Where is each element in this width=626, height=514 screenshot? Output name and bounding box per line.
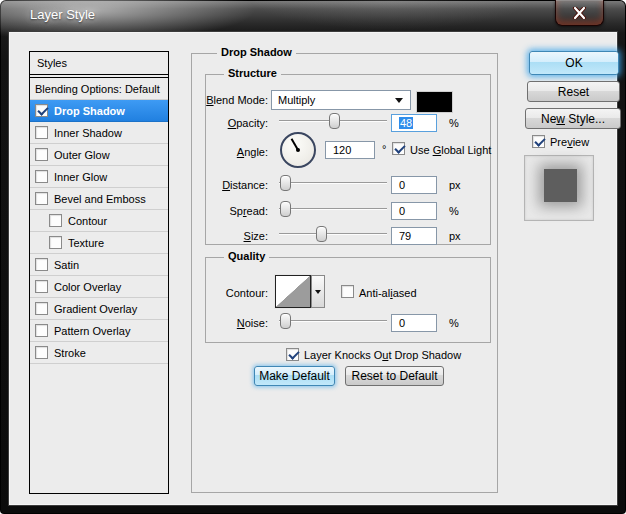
contour-dropdown-button[interactable] bbox=[311, 275, 325, 308]
opacity-field[interactable]: 48 bbox=[391, 114, 437, 132]
layer-knocks-out-label: Layer Knocks Out Drop Shadow bbox=[304, 349, 461, 361]
size-value: 79 bbox=[399, 230, 411, 242]
styles-sidebar: Styles Blending Options: Default Drop Sh… bbox=[29, 51, 169, 494]
make-default-button[interactable]: Make Default bbox=[254, 366, 335, 386]
window-title: Layer Style bbox=[30, 7, 95, 22]
drop-shadow-panel: Drop Shadow Structure Blend Mode: Multip… bbox=[191, 53, 498, 493]
sidebar-item-label: Pattern Overlay bbox=[54, 325, 130, 337]
sidebar-item-outer-glow[interactable]: Outer Glow bbox=[30, 144, 168, 166]
sidebar-item-inner-glow[interactable]: Inner Glow bbox=[30, 166, 168, 188]
sidebar-item-label: Drop Shadow bbox=[54, 105, 125, 117]
ok-label: OK bbox=[565, 56, 582, 70]
inner-shadow-checkbox[interactable] bbox=[35, 126, 48, 139]
blend-mode-select[interactable]: Multiply bbox=[271, 90, 411, 110]
check-icon bbox=[394, 142, 405, 153]
reset-to-default-label: Reset to Default bbox=[351, 369, 437, 383]
blend-mode-value: Multiply bbox=[278, 94, 315, 106]
check-icon bbox=[534, 135, 545, 146]
slider-thumb[interactable] bbox=[280, 313, 291, 329]
drop-shadow-checkbox[interactable] bbox=[35, 104, 48, 117]
stroke-checkbox[interactable] bbox=[35, 346, 48, 359]
size-unit: px bbox=[449, 230, 461, 242]
distance-field[interactable]: 0 bbox=[391, 176, 437, 194]
sidebar-item-blending-options[interactable]: Blending Options: Default bbox=[30, 78, 168, 100]
sidebar-item-texture[interactable]: Texture bbox=[30, 232, 168, 254]
noise-value: 0 bbox=[399, 317, 405, 329]
sidebar-item-label: Bevel and Emboss bbox=[54, 193, 146, 205]
chevron-down-icon bbox=[315, 290, 321, 294]
size-field[interactable]: 79 bbox=[391, 227, 437, 245]
sidebar-item-satin[interactable]: Satin bbox=[30, 254, 168, 276]
spread-slider[interactable] bbox=[279, 201, 387, 217]
slider-thumb[interactable] bbox=[316, 226, 327, 242]
use-global-light-checkbox[interactable] bbox=[392, 142, 405, 155]
angle-dial[interactable] bbox=[280, 132, 316, 168]
sidebar-item-gradient-overlay[interactable]: Gradient Overlay bbox=[30, 298, 168, 320]
reset-button[interactable]: Reset bbox=[527, 81, 620, 102]
distance-unit: px bbox=[449, 179, 461, 191]
reset-label: Reset bbox=[558, 85, 589, 99]
shadow-color-swatch[interactable] bbox=[417, 92, 452, 112]
preview-checkbox[interactable] bbox=[532, 135, 545, 148]
texture-checkbox[interactable] bbox=[49, 236, 62, 249]
contour-label: Contour: bbox=[206, 287, 268, 299]
style-preview-thumbnail bbox=[524, 155, 594, 221]
sidebar-item-pattern-overlay[interactable]: Pattern Overlay bbox=[30, 320, 168, 342]
opacity-slider[interactable] bbox=[279, 113, 387, 129]
sidebar-item-contour[interactable]: Contour bbox=[30, 210, 168, 232]
spread-unit: % bbox=[449, 205, 459, 217]
angle-value: 120 bbox=[333, 144, 351, 156]
slider-track bbox=[279, 233, 387, 235]
check-icon bbox=[37, 104, 48, 115]
contour-checkbox[interactable] bbox=[49, 214, 62, 227]
inner-glow-checkbox[interactable] bbox=[35, 170, 48, 183]
outer-glow-checkbox[interactable] bbox=[35, 148, 48, 161]
reset-to-default-button[interactable]: Reset to Default bbox=[345, 366, 444, 386]
anti-aliased-checkbox[interactable] bbox=[341, 285, 354, 298]
check-icon bbox=[288, 348, 299, 359]
distance-slider[interactable] bbox=[279, 175, 387, 191]
chevron-down-icon bbox=[395, 98, 403, 103]
bevel-emboss-checkbox[interactable] bbox=[35, 192, 48, 205]
sidebar-item-stroke[interactable]: Stroke bbox=[30, 342, 168, 364]
size-label: Size: bbox=[206, 230, 268, 242]
sidebar-item-label: Texture bbox=[68, 237, 104, 249]
spread-field[interactable]: 0 bbox=[391, 202, 437, 220]
sidebar-item-label: Satin bbox=[54, 259, 79, 271]
slider-thumb[interactable] bbox=[280, 201, 291, 217]
sidebar-item-color-overlay[interactable]: Color Overlay bbox=[30, 276, 168, 298]
color-overlay-checkbox[interactable] bbox=[35, 280, 48, 293]
distance-label: Distance: bbox=[206, 179, 268, 191]
ok-button[interactable]: OK bbox=[529, 51, 619, 75]
structure-group: Structure Blend Mode: Multiply Opacity: … bbox=[205, 74, 491, 245]
sidebar-item-inner-shadow[interactable]: Inner Shadow bbox=[30, 122, 168, 144]
preview-shadow-square bbox=[544, 169, 577, 202]
sidebar-item-label: Gradient Overlay bbox=[54, 303, 137, 315]
sidebar-item-bevel-emboss[interactable]: Bevel and Emboss bbox=[30, 188, 168, 210]
sidebar-item-label: Outer Glow bbox=[54, 149, 110, 161]
slider-thumb[interactable] bbox=[280, 175, 291, 191]
sidebar-item-drop-shadow[interactable]: Drop Shadow bbox=[30, 100, 168, 122]
sidebar-item-label: Inner Glow bbox=[54, 171, 107, 183]
angle-unit: ° bbox=[382, 143, 386, 155]
gradient-overlay-checkbox[interactable] bbox=[35, 302, 48, 315]
dialog-client-area: Styles Blending Options: Default Drop Sh… bbox=[8, 31, 618, 506]
quality-group: Quality Contour: Anti-aliased Noise: 0 % bbox=[205, 257, 491, 343]
satin-checkbox[interactable] bbox=[35, 258, 48, 271]
new-style-button[interactable]: New Style... bbox=[525, 108, 621, 129]
angle-dial-hub bbox=[296, 148, 300, 152]
pattern-overlay-checkbox[interactable] bbox=[35, 324, 48, 337]
layer-knocks-out-checkbox[interactable] bbox=[286, 348, 299, 361]
noise-field[interactable]: 0 bbox=[391, 314, 437, 332]
styles-list: Blending Options: Default Drop Shadow In… bbox=[30, 77, 168, 493]
slider-thumb[interactable] bbox=[329, 113, 340, 129]
angle-field[interactable]: 120 bbox=[325, 141, 375, 159]
size-slider[interactable] bbox=[279, 226, 387, 242]
sidebar-item-label: Stroke bbox=[54, 347, 86, 359]
noise-slider[interactable] bbox=[279, 313, 387, 329]
sidebar-item-label: Inner Shadow bbox=[54, 127, 122, 139]
slider-track bbox=[279, 182, 387, 184]
contour-picker[interactable] bbox=[275, 275, 311, 308]
close-button[interactable] bbox=[555, 0, 604, 26]
opacity-label: Opacity: bbox=[206, 117, 268, 129]
